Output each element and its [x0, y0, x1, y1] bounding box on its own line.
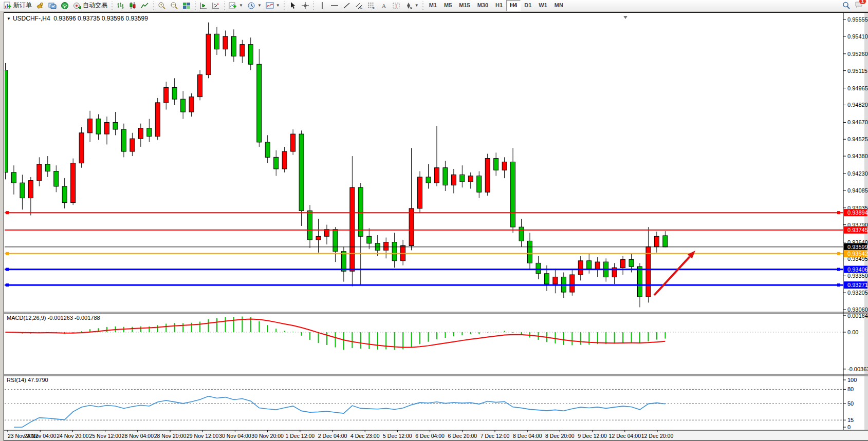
toolbar: 新订单 自动交易 [0, 0, 868, 11]
tab-timeframe-h1[interactable]: H1 [492, 0, 506, 11]
signal-globe-icon [61, 2, 69, 10]
new-order-label: 新订单 [13, 1, 32, 10]
svg-text:9 Dec 12:00: 9 Dec 12:00 [578, 433, 607, 439]
toolbar-separator [422, 2, 424, 10]
fibonacci-tool[interactable]: F [365, 1, 378, 11]
chart-shift-button[interactable] [197, 1, 210, 11]
chevron-down-icon: ▼ [239, 3, 243, 8]
svg-text:0.00: 0.00 [847, 329, 858, 335]
crosshair-icon [301, 2, 309, 10]
toolbar-separator [223, 2, 226, 10]
svg-text:15: 15 [847, 417, 854, 423]
cursor-tool-button[interactable] [287, 1, 299, 11]
svg-text:30 Nov 04:00: 30 Nov 04:00 [219, 433, 251, 439]
svg-text:0.95555: 0.95555 [847, 16, 868, 23]
svg-text:0.94965: 0.94965 [847, 85, 868, 91]
text-label-icon: T [392, 2, 400, 10]
trendline-tool[interactable] [341, 1, 353, 11]
svg-text:30 Nov 20:00: 30 Nov 20:00 [251, 433, 284, 439]
price-label-0.93271: 0.93271 [847, 282, 868, 288]
period-dropdown[interactable]: ▼ [245, 1, 264, 11]
toolbar-separator [194, 2, 196, 10]
toolbar-separator [110, 2, 113, 10]
svg-text:0.94670: 0.94670 [847, 119, 868, 125]
svg-text:-0.003674: -0.003674 [847, 366, 868, 372]
notification-badge: 1 [859, 0, 866, 5]
svg-text:A: A [382, 3, 386, 9]
svg-text:24 Nov 04:00: 24 Nov 04:00 [24, 433, 57, 439]
search-icon[interactable] [842, 2, 851, 10]
tab-timeframe-d1[interactable]: D1 [521, 0, 535, 11]
tab-timeframe-m5[interactable]: M5 [440, 0, 455, 11]
svg-text:6 Dec 20:00: 6 Dec 20:00 [448, 433, 477, 439]
zoom-out-icon [170, 2, 178, 10]
svg-text:50: 50 [847, 400, 854, 407]
line-chart-mode-button[interactable] [139, 1, 151, 11]
new-order-button[interactable]: 新订单 [2, 1, 34, 11]
bar-chart-icon [116, 2, 124, 10]
publish-button[interactable] [34, 1, 46, 11]
price-label-0.93894: 0.93894 [847, 209, 868, 216]
price-label-0.93406: 0.93406 [847, 266, 868, 273]
new-chart-dropdown[interactable]: ▼ [227, 1, 245, 11]
tile-windows-button[interactable] [180, 1, 193, 11]
text-label-tool[interactable]: T [390, 1, 402, 11]
tab-timeframe-m30[interactable]: M30 [474, 0, 492, 11]
signal-button[interactable] [59, 1, 71, 11]
horn-icon [36, 2, 44, 10]
svg-text:80: 80 [847, 386, 854, 392]
toolbar-separator [312, 2, 315, 10]
tab-timeframe-mn[interactable]: MN [551, 0, 567, 11]
svg-text:T: T [395, 3, 398, 8]
svg-text:12 Dec 20:00: 12 Dec 20:00 [641, 433, 674, 439]
arrows-tool-dropdown[interactable]: ▼ [402, 1, 421, 11]
horizontal-line-icon [330, 2, 339, 10]
auto-trading-icon [73, 2, 81, 10]
chart-canvas[interactable]: 0.955550.954100.952600.951150.949650.948… [4, 13, 868, 440]
auto-trading-label: 自动交易 [83, 1, 107, 10]
terminal-button[interactable] [46, 1, 59, 11]
notifications-button[interactable]: 1 [855, 1, 863, 10]
auto-scroll-icon [212, 2, 220, 10]
tab-timeframe-w1[interactable]: W1 [535, 0, 551, 11]
auto-scroll-button[interactable] [210, 1, 222, 11]
remote-screens-icon [48, 2, 57, 10]
svg-text:0.94525: 0.94525 [847, 136, 868, 142]
channel-tool[interactable]: E [353, 1, 365, 11]
equidistant-channel-icon: E [355, 2, 363, 10]
svg-text:28 Nov 04:00: 28 Nov 04:00 [122, 433, 154, 439]
svg-text:0.93350: 0.93350 [847, 273, 868, 279]
svg-text:0.94820: 0.94820 [847, 102, 868, 108]
svg-text:6 Dec 04:00: 6 Dec 04:00 [415, 433, 445, 439]
svg-text:0: 0 [847, 424, 851, 430]
svg-text:0.94085: 0.94085 [847, 187, 868, 194]
indicators-dropdown[interactable]: ▼ [264, 1, 282, 11]
tab-timeframe-m1[interactable]: M1 [426, 0, 440, 11]
horizontal-line-tool[interactable] [328, 1, 341, 11]
svg-text:24 Nov 20:00: 24 Nov 20:00 [57, 433, 89, 439]
auto-trading-button[interactable]: 自动交易 [71, 1, 109, 11]
vertical-line-tool[interactable] [316, 1, 328, 11]
candle-chart-mode-button[interactable] [126, 1, 139, 11]
bar-chart-mode-button[interactable] [114, 1, 126, 11]
zoom-out-button[interactable] [168, 1, 180, 11]
tab-timeframe-m15[interactable]: M15 [455, 0, 473, 11]
cursor-icon [289, 2, 297, 10]
zoom-in-button[interactable] [156, 1, 168, 11]
toolbar-separator [283, 2, 286, 10]
svg-text:F: F [373, 7, 375, 10]
svg-text:28 Nov 20:00: 28 Nov 20:00 [154, 433, 187, 439]
svg-text:8 Dec 04:00: 8 Dec 04:00 [513, 433, 542, 439]
svg-text:29 Nov 12:00: 29 Nov 12:00 [187, 433, 219, 439]
svg-text:0.94230: 0.94230 [847, 170, 868, 177]
toolbar-separator [152, 2, 155, 10]
tab-timeframe-h4[interactable]: H4 [506, 0, 521, 11]
svg-text:0.95260: 0.95260 [847, 51, 868, 57]
crosshair-tool-button[interactable] [299, 1, 311, 11]
price-label-0.93542: 0.93542 [847, 251, 868, 257]
svg-text:2 Dec 04:00: 2 Dec 04:00 [318, 433, 347, 439]
line-chart-icon [141, 2, 149, 10]
indicators-icon [266, 2, 274, 10]
clock-icon [247, 2, 255, 10]
text-tool[interactable]: A [378, 1, 390, 11]
